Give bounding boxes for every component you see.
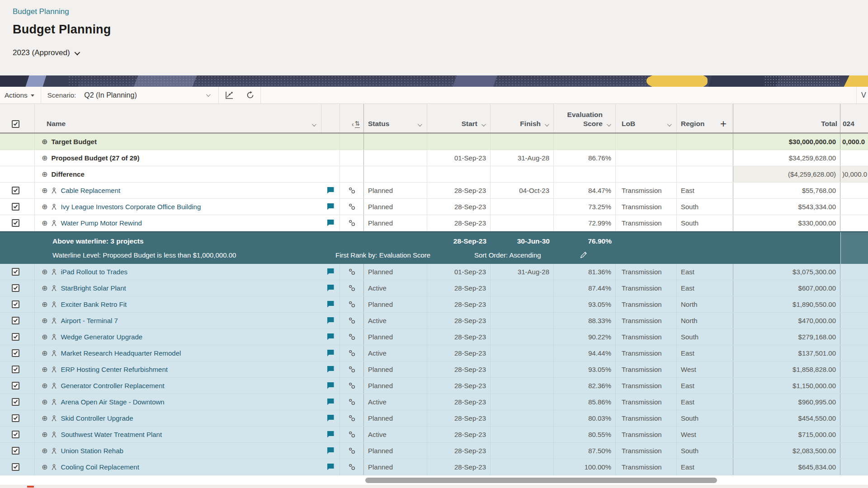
expand-icon[interactable]: ⊕	[42, 220, 47, 227]
column-header-lob[interactable]: LoB	[616, 104, 677, 132]
column-header-finish[interactable]: Finish	[491, 104, 554, 132]
column-header-sort[interactable]: ‹⇅	[340, 104, 364, 132]
project-name-link[interactable]: Market Research Headquarter Remodel	[61, 349, 181, 357]
scenario-select[interactable]: Scenario: Q2 (In Planning)	[41, 87, 218, 103]
row-checkbox[interactable]	[12, 349, 19, 357]
row-checkbox[interactable]	[12, 268, 19, 276]
actions-menu-button[interactable]: Actions	[0, 87, 41, 103]
expand-icon[interactable]: ⊕	[42, 431, 47, 438]
comment-flag-icon[interactable]	[327, 333, 334, 340]
column-header-name[interactable]: Name	[35, 104, 321, 132]
refresh-button[interactable]	[240, 87, 260, 103]
select-all-checkbox[interactable]	[12, 120, 19, 128]
linked-items-icon[interactable]	[348, 203, 356, 211]
column-header-evaluation-score[interactable]: Evaluation Score	[554, 104, 616, 132]
comment-flag-icon[interactable]	[327, 415, 334, 422]
expand-icon[interactable]: ⊕	[42, 350, 47, 357]
comment-flag-icon[interactable]	[327, 317, 334, 324]
project-name-link[interactable]: ERP Hosting Center Refurbishment	[61, 366, 168, 373]
expand-icon[interactable]: ⊕	[42, 447, 47, 455]
linked-items-icon[interactable]	[348, 398, 356, 406]
row-checkbox[interactable]	[12, 187, 19, 194]
row-checkbox[interactable]	[12, 333, 19, 341]
expand-icon[interactable]: ⊕	[42, 171, 47, 178]
expand-icon[interactable]: ⊕	[42, 399, 47, 406]
comment-flag-icon[interactable]	[327, 399, 334, 405]
project-name-link[interactable]: Water Pump Motor Rewind	[61, 219, 142, 227]
breadcrumb[interactable]: Budget Planning	[13, 7, 868, 16]
chevron-down-icon[interactable]	[418, 122, 422, 127]
column-header-total[interactable]: Total	[733, 104, 840, 132]
row-checkbox[interactable]	[12, 284, 19, 292]
column-header-status[interactable]: Status	[364, 104, 427, 132]
expand-icon[interactable]: ⊕	[42, 333, 47, 341]
chevron-down-icon[interactable]	[481, 122, 486, 127]
expand-icon[interactable]: ⊕	[42, 366, 47, 373]
expand-icon[interactable]: ⊕	[42, 268, 47, 276]
project-name-link[interactable]: Generator Controller Replacement	[61, 382, 164, 389]
column-header-start[interactable]: Start	[427, 104, 491, 132]
column-header-region[interactable]: Region +	[677, 104, 733, 132]
expand-icon[interactable]: ⊕	[42, 464, 47, 471]
expand-icon[interactable]: ⊕	[42, 301, 47, 308]
row-checkbox[interactable]	[12, 398, 19, 406]
project-name-link[interactable]: Cable Replacement	[61, 187, 120, 194]
edit-waterline-button[interactable]	[580, 251, 587, 260]
comment-flag-icon[interactable]	[327, 220, 334, 226]
linked-items-icon[interactable]	[348, 463, 356, 471]
row-checkbox[interactable]	[12, 219, 19, 227]
row-checkbox[interactable]	[12, 463, 19, 471]
comment-flag-icon[interactable]	[327, 203, 334, 210]
row-checkbox[interactable]	[12, 382, 19, 389]
chevron-down-icon[interactable]	[312, 122, 316, 127]
project-name-link[interactable]: Skid Controller Upgrade	[61, 414, 133, 422]
column-header-2024-partial[interactable]: 024	[840, 104, 868, 132]
comment-flag-icon[interactable]	[327, 301, 334, 308]
row-checkbox[interactable]	[12, 300, 19, 308]
expand-icon[interactable]: ⊕	[42, 317, 47, 324]
row-checkbox[interactable]	[12, 431, 19, 438]
project-name-link[interactable]: Exciter Bank Retro Fit	[61, 300, 127, 308]
expand-icon[interactable]: ⊕	[42, 138, 47, 145]
project-name-link[interactable]: Union Station Rehab	[61, 447, 123, 455]
expand-icon[interactable]: ⊕	[42, 155, 47, 162]
comment-flag-icon[interactable]	[327, 285, 334, 291]
comment-flag-icon[interactable]	[327, 431, 334, 438]
row-checkbox[interactable]	[12, 203, 19, 211]
chevron-down-icon[interactable]	[545, 122, 549, 127]
row-checkbox[interactable]	[12, 414, 19, 422]
linked-items-icon[interactable]	[348, 219, 356, 227]
project-name-link[interactable]: iPad Rollout to Trades	[61, 268, 127, 276]
project-name-link[interactable]: Southwest Water Treatment Plant	[61, 431, 162, 438]
collapse-sort-icon[interactable]: ‹⇅	[352, 121, 360, 128]
chevron-down-icon[interactable]	[607, 122, 611, 127]
linked-items-icon[interactable]	[348, 349, 356, 357]
waterline-chart-button[interactable]	[219, 87, 240, 103]
expand-icon[interactable]: ⊕	[42, 187, 47, 194]
row-checkbox[interactable]	[12, 366, 19, 373]
expand-icon[interactable]: ⊕	[42, 415, 47, 422]
linked-items-icon[interactable]	[348, 447, 356, 455]
comment-flag-icon[interactable]	[327, 382, 334, 389]
linked-items-icon[interactable]	[348, 284, 356, 292]
expand-icon[interactable]: ⊕	[42, 285, 47, 292]
chevron-down-icon[interactable]	[667, 122, 672, 127]
linked-items-icon[interactable]	[348, 317, 356, 324]
comment-flag-icon[interactable]	[327, 350, 334, 357]
add-column-button[interactable]: +	[720, 119, 726, 128]
comment-flag-icon[interactable]	[327, 447, 334, 454]
linked-items-icon[interactable]	[348, 382, 356, 389]
linked-items-icon[interactable]	[348, 333, 356, 341]
linked-items-icon[interactable]	[348, 431, 356, 438]
horizontal-scrollbar[interactable]	[365, 478, 717, 483]
expand-icon[interactable]: ⊕	[42, 382, 47, 389]
comment-flag-icon[interactable]	[327, 366, 334, 373]
linked-items-icon[interactable]	[348, 366, 356, 373]
view-button-partial[interactable]: V	[856, 87, 868, 103]
linked-items-icon[interactable]	[348, 300, 356, 308]
comment-flag-icon[interactable]	[327, 268, 334, 275]
project-name-link[interactable]: StarBright Solar Plant	[61, 284, 126, 292]
project-name-link[interactable]: Arena Open Air Stage - Downtown	[61, 398, 164, 406]
linked-items-icon[interactable]	[348, 414, 356, 422]
row-checkbox[interactable]	[12, 447, 19, 455]
